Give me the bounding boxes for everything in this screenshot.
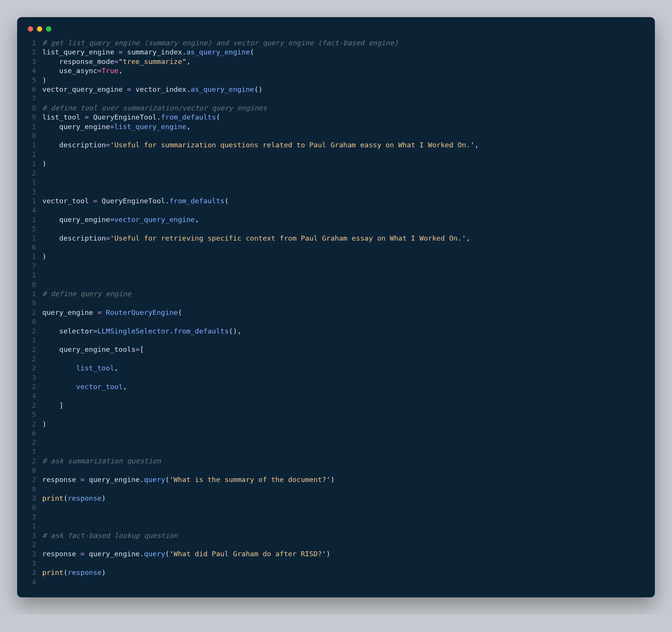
line-number: 34: [28, 568, 42, 587]
line-number: 15: [28, 215, 42, 234]
token: =: [110, 215, 114, 223]
line-number: 4: [28, 66, 42, 75]
line-source: # ask summarization question: [42, 456, 644, 475]
line-source: ): [42, 76, 644, 85]
token: (: [64, 568, 68, 576]
line-number: 9: [28, 113, 42, 122]
code-line: 29response = query_engine.query('What is…: [28, 475, 644, 494]
token: response_mode: [42, 57, 114, 65]
line-source: list_tool = QueryEngineTool.from_default…: [42, 113, 644, 122]
token: query_engine: [84, 550, 140, 558]
line-source: print(response): [42, 494, 644, 512]
code-line: 7: [28, 94, 644, 103]
token: =: [127, 85, 131, 93]
line-number: 19: [28, 289, 42, 308]
line-number: 14: [28, 196, 42, 215]
token: vector_query_engine: [42, 85, 127, 93]
token: ): [326, 550, 330, 558]
token: =: [135, 345, 140, 353]
token: [42, 383, 76, 391]
token: .: [140, 550, 144, 558]
token: (: [250, 48, 254, 56]
token: ': [462, 234, 466, 242]
token: summary_index: [123, 48, 182, 56]
token: response: [42, 476, 80, 484]
token: QueryEngineTool: [97, 197, 165, 205]
code-line: 8# define tool over summarization/vector…: [28, 104, 644, 113]
line-number: 31: [28, 512, 42, 531]
line-source: query_engine=vector_query_engine,: [42, 215, 644, 234]
code-block[interactable]: 1# get list_query_engine (summary engine…: [28, 38, 644, 587]
token: as_query_engine: [191, 85, 254, 93]
token: ,: [123, 383, 127, 391]
line-number: 7: [28, 94, 42, 103]
line-source: query_engine_tools=[: [42, 345, 644, 364]
token: # ask fact-based lookup question: [42, 531, 178, 539]
token: (: [178, 308, 182, 316]
token: ': [110, 234, 114, 242]
traffic-lights: [28, 26, 644, 32]
code-line: 5): [28, 76, 644, 85]
token: ,: [186, 123, 191, 131]
token: ): [330, 476, 334, 484]
token: True: [102, 67, 119, 75]
line-source: [42, 178, 644, 196]
token: response: [68, 568, 102, 576]
code-line: 18: [28, 271, 644, 289]
line-number: 12: [28, 159, 42, 178]
token: =: [110, 123, 114, 131]
code-line: 19# define query engine: [28, 289, 644, 308]
token: query_engine_tools: [42, 345, 135, 353]
token: (: [216, 113, 220, 121]
token: query_engine: [42, 215, 110, 223]
token: ,: [114, 364, 118, 372]
line-source: [42, 512, 644, 531]
token: [102, 308, 106, 316]
minimize-icon[interactable]: [37, 26, 42, 32]
token: [: [140, 345, 144, 353]
token: query_engine: [42, 123, 110, 131]
code-line: 22 query_engine_tools=[: [28, 345, 644, 364]
close-icon[interactable]: [28, 26, 33, 32]
line-number: 18: [28, 271, 42, 289]
code-line: 28# ask summarization question: [28, 456, 644, 475]
line-number: 25: [28, 401, 42, 420]
zoom-icon[interactable]: [46, 26, 51, 32]
line-number: 8: [28, 104, 42, 113]
code-line: 21 selector=LLMSingleSelector.from_defau…: [28, 327, 644, 345]
line-source: [42, 271, 644, 289]
token: =: [97, 67, 102, 75]
line-number: 1: [28, 38, 42, 48]
token: ': [110, 141, 114, 149]
code-line: 27: [28, 438, 644, 456]
token: ': [322, 550, 326, 558]
token: # ask summarization question: [42, 457, 161, 465]
line-source: # ask fact-based lookup question: [42, 531, 644, 550]
token: query_engine: [42, 308, 97, 316]
line-source: query_engine=list_query_engine,: [42, 122, 644, 141]
token: response: [68, 494, 102, 502]
token: ): [42, 76, 46, 84]
code-window: 1# get list_query_engine (summary engine…: [17, 17, 655, 597]
token: selector: [42, 327, 93, 335]
line-number: 6: [28, 85, 42, 94]
token: ,: [195, 215, 199, 223]
token: ': [169, 550, 174, 558]
line-source: vector_tool,: [42, 382, 644, 401]
line-number: 5: [28, 76, 42, 85]
code-line: 33response = query_engine.query('What di…: [28, 549, 644, 568]
token: list_tool: [42, 113, 84, 121]
line-number: 33: [28, 549, 42, 568]
token: print: [42, 494, 64, 502]
token: QueryEngineTool: [89, 113, 157, 121]
token: ': [326, 476, 330, 484]
line-source: ): [42, 252, 644, 271]
token: query: [144, 476, 165, 484]
token: ,: [186, 57, 191, 65]
line-number: 28: [28, 456, 42, 475]
line-number: 23: [28, 364, 42, 382]
token: What is the summary of the document?: [174, 476, 326, 484]
token: .: [169, 327, 174, 335]
line-number: 29: [28, 475, 42, 494]
token: # get list_query_engine (summary engine)…: [42, 39, 398, 47]
